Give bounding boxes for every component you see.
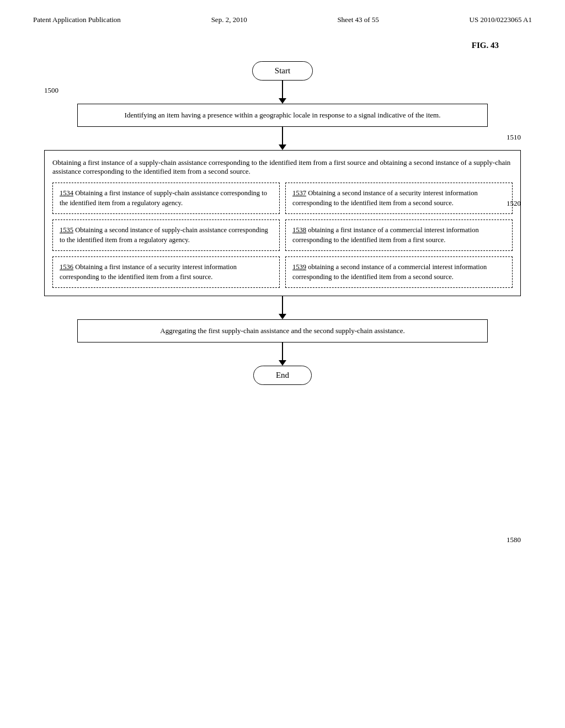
outer-box-1520: Obtaining a first instance of a supply-c…: [44, 150, 521, 296]
header-center: Sep. 2, 2010: [211, 15, 247, 24]
sub-1537-text: 1537 Obtaining a second instance of a se…: [292, 189, 478, 207]
start-node: Start: [252, 61, 313, 81]
arrow-1510-to-1520: [44, 127, 521, 150]
end-node: End: [253, 366, 312, 385]
sub-box-1536: 1536 Obtaining a first instance of a sec…: [52, 256, 280, 288]
sub-1536-text: 1536 Obtaining a first instance of a sec…: [60, 263, 237, 281]
main-content: FIG. 43 1500 1510 1520 1580 Start Identi…: [0, 30, 565, 418]
flowchart: 1500 1510 1520 1580 Start Identifying an…: [44, 56, 521, 396]
box-1520-text: Obtaining a first instance of a supply-c…: [52, 158, 513, 176]
sub-box-1538: 1538 obtaining a first instance of a com…: [285, 220, 513, 251]
arrow-1580-to-end: [44, 342, 521, 366]
ref-1580: 1580: [507, 536, 521, 544]
header-sheet: Sheet 43 of 55: [337, 15, 379, 24]
sub-1535-text: 1535 Obtaining a second instance of supp…: [60, 226, 268, 244]
box-1580: Aggregating the first supply-chain assis…: [77, 319, 488, 342]
dashed-grid: 1534 Obtaining a first instance of suppl…: [52, 183, 513, 288]
sub-box-1535: 1535 Obtaining a second instance of supp…: [52, 220, 280, 251]
ref-1520: 1520: [507, 199, 521, 208]
sub-box-1539: 1539 obtaining a second instance of a co…: [285, 256, 513, 288]
sub-box-1534: 1534 Obtaining a first instance of suppl…: [52, 183, 280, 214]
box-1510: Identifying an item having a presence wi…: [77, 104, 488, 127]
arrow-1520-to-1580: [44, 296, 521, 319]
fig-label: FIG. 43: [44, 41, 521, 50]
sub-1534-text: 1534 Obtaining a first instance of suppl…: [60, 189, 267, 207]
page-header: Patent Application Publication Sep. 2, 2…: [0, 0, 565, 30]
header-right: US 2010/0223065 A1: [470, 15, 532, 24]
arrow-start-to-1510: [44, 81, 521, 104]
header-left: Patent Application Publication: [33, 15, 121, 24]
ref-1500: 1500: [44, 86, 58, 95]
sub-1538-text: 1538 obtaining a first instance of a com…: [292, 226, 479, 244]
sub-1539-text: 1539 obtaining a second instance of a co…: [292, 263, 487, 281]
sub-box-1537: 1537 Obtaining a second instance of a se…: [285, 183, 513, 214]
ref-1510: 1510: [507, 133, 521, 142]
